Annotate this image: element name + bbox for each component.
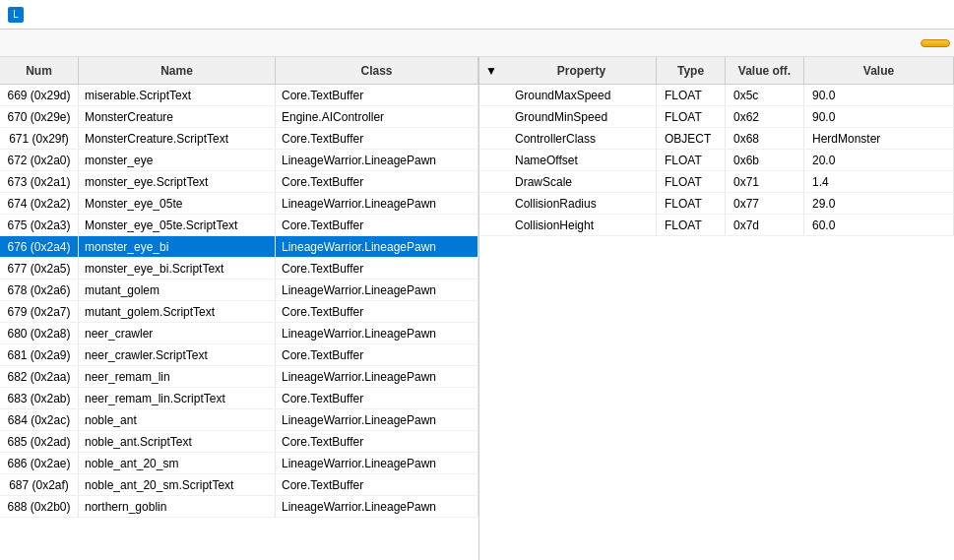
table-row[interactable]: 683 (0x2ab) neer_remam_lin.ScriptText Co…	[0, 388, 478, 409]
table-row[interactable]: 686 (0x2ae) noble_ant_20_sm LineageWarri…	[0, 453, 478, 474]
table-row[interactable]: 671 (0x29f) MonsterCreature.ScriptText C…	[0, 128, 478, 150]
cell-value: 90.0	[804, 85, 954, 105]
table-row[interactable]: 678 (0x2a6) mutant_golem LineageWarrior.…	[0, 280, 478, 301]
right-table-header: Property Type Value off. Value	[507, 57, 954, 85]
arrow-indicator: ▼	[479, 57, 507, 85]
cell-class: Core.TextBuffer	[276, 215, 478, 235]
cell-class: LineageWarrior.LineagePawn	[276, 453, 478, 473]
cell-type: FLOAT	[657, 215, 726, 235]
table-row[interactable]: 674 (0x2a2) Monster_eye_05te LineageWarr…	[0, 193, 478, 215]
property-row[interactable]: ControllerClass OBJECT 0x68 HerdMonster	[479, 128, 954, 150]
cell-value: 29.0	[804, 193, 954, 214]
down-arrow-icon: ▼	[485, 64, 497, 78]
col-property-header: Property	[507, 57, 657, 84]
cell-class: Core.TextBuffer	[276, 258, 478, 279]
property-row[interactable]: GroundMinSpeed FLOAT 0x62 90.0	[479, 106, 954, 128]
minimize-button[interactable]	[810, 0, 856, 30]
cell-num: 674 (0x2a2)	[0, 193, 79, 214]
table-row[interactable]: 685 (0x2ad) noble_ant.ScriptText Core.Te…	[0, 431, 478, 453]
cell-name: mutant_golem.ScriptText	[79, 301, 276, 322]
titlebar-left: L	[8, 7, 30, 23]
cell-num: 685 (0x2ad)	[0, 431, 79, 452]
right-table-body[interactable]: GroundMaxSpeed FLOAT 0x5c 90.0 GroundMin…	[479, 85, 954, 560]
table-row[interactable]: 679 (0x2a7) mutant_golem.ScriptText Core…	[0, 301, 478, 323]
left-table-body[interactable]: 669 (0x29d) miserable.ScriptText Core.Te…	[0, 85, 478, 560]
cell-num: 675 (0x2a3)	[0, 215, 79, 235]
cell-class: Core.TextBuffer	[276, 85, 478, 105]
cell-name: mutant_golem	[79, 280, 276, 300]
cell-valueoff: 0x6b	[726, 150, 804, 170]
property-row[interactable]: DrawScale FLOAT 0x71 1.4	[479, 171, 954, 193]
cell-name: noble_ant_20_sm.ScriptText	[79, 474, 276, 495]
table-row[interactable]: 680 (0x2a8) neer_crawler LineageWarrior.…	[0, 323, 478, 344]
property-row[interactable]: CollisionHeight FLOAT 0x7d 60.0	[479, 215, 954, 236]
property-row[interactable]: GroundMaxSpeed FLOAT 0x5c 90.0	[479, 85, 954, 106]
app-icon: L	[8, 7, 24, 23]
cell-value: 90.0	[804, 106, 954, 127]
table-row[interactable]: 687 (0x2af) noble_ant_20_sm.ScriptText C…	[0, 474, 478, 496]
cell-num: 686 (0x2ae)	[0, 453, 79, 473]
cell-class: Core.TextBuffer	[276, 171, 478, 192]
cell-valueoff: 0x68	[726, 128, 804, 149]
cell-class: LineageWarrior.LineagePawn	[276, 496, 478, 517]
cell-name: noble_ant_20_sm	[79, 453, 276, 473]
file-menu[interactable]	[4, 39, 24, 47]
cell-name: northern_goblin	[79, 496, 276, 517]
cell-name: miserable.ScriptText	[79, 85, 276, 105]
property-row[interactable]: CollisionRadius FLOAT 0x77 29.0	[479, 193, 954, 215]
table-row[interactable]: 688 (0x2b0) northern_goblin LineageWarri…	[0, 496, 478, 518]
cell-valueoff: 0x62	[726, 106, 804, 127]
cell-num: 681 (0x2a9)	[0, 344, 79, 365]
table-row[interactable]: 672 (0x2a0) monster_eye LineageWarrior.L…	[0, 150, 478, 171]
table-row[interactable]: 670 (0x29e) MonsterCreature Engine.AICon…	[0, 106, 478, 128]
cell-name: MonsterCreature.ScriptText	[79, 128, 276, 149]
cell-value: 60.0	[804, 215, 954, 235]
cell-name: Monster_eye_05te.ScriptText	[79, 215, 276, 235]
col-type-header: Type	[657, 57, 726, 84]
table-row[interactable]: 684 (0x2ac) noble_ant LineageWarrior.Lin…	[0, 409, 478, 431]
cell-num: 669 (0x29d)	[0, 85, 79, 105]
cell-class: LineageWarrior.LineagePawn	[276, 409, 478, 430]
main-content: Num Name Class 669 (0x29d) miserable.Scr…	[0, 57, 954, 560]
cell-name: neer_remam_lin	[79, 366, 276, 387]
maximize-button[interactable]	[856, 0, 901, 30]
cell-name: monster_eye_bi	[79, 236, 276, 257]
table-row[interactable]: 682 (0x2aa) neer_remam_lin LineageWarrio…	[0, 366, 478, 388]
donate-button[interactable]	[921, 39, 950, 47]
cell-num: 679 (0x2a7)	[0, 301, 79, 322]
cell-class: LineageWarrior.LineagePawn	[276, 280, 478, 300]
cell-valueoff: 0x71	[726, 171, 804, 192]
cell-num: 678 (0x2a6)	[0, 280, 79, 300]
cell-class: LineageWarrior.LineagePawn	[276, 193, 478, 214]
cell-valueoff: 0x77	[726, 193, 804, 214]
cell-name: noble_ant.ScriptText	[79, 431, 276, 452]
table-row[interactable]: 673 (0x2a1) monster_eye.ScriptText Core.…	[0, 171, 478, 193]
cell-name: neer_remam_lin.ScriptText	[79, 388, 276, 408]
table-row[interactable]: 669 (0x29d) miserable.ScriptText Core.Te…	[0, 85, 478, 106]
cell-num: 682 (0x2aa)	[0, 366, 79, 387]
cell-name: neer_crawler	[79, 323, 276, 343]
cell-name: MonsterCreature	[79, 106, 276, 127]
close-button[interactable]	[901, 0, 946, 30]
cell-class: Core.TextBuffer	[276, 388, 478, 408]
cell-class: Core.TextBuffer	[276, 474, 478, 495]
table-row[interactable]: 677 (0x2a5) monster_eye_bi.ScriptText Co…	[0, 258, 478, 280]
table-row[interactable]: 681 (0x2a9) neer_crawler.ScriptText Core…	[0, 344, 478, 366]
cell-property: GroundMinSpeed	[507, 106, 657, 127]
cell-property: CollisionHeight	[507, 215, 657, 235]
cell-num: 670 (0x29e)	[0, 106, 79, 127]
cell-type: FLOAT	[657, 171, 726, 192]
cell-value: 1.4	[804, 171, 954, 192]
cell-num: 676 (0x2a4)	[0, 236, 79, 257]
cell-value: 20.0	[804, 150, 954, 170]
table-row[interactable]: 676 (0x2a4) monster_eye_bi LineageWarrio…	[0, 236, 478, 258]
cell-class: Engine.AIController	[276, 106, 478, 127]
table-row[interactable]: 675 (0x2a3) Monster_eye_05te.ScriptText …	[0, 215, 478, 236]
cell-type: FLOAT	[657, 150, 726, 170]
cell-value: HerdMonster	[804, 128, 954, 149]
cell-num: 684 (0x2ac)	[0, 409, 79, 430]
col-num-header: Num	[0, 57, 79, 84]
property-row[interactable]: NameOffset FLOAT 0x6b 20.0	[479, 150, 954, 171]
cell-num: 687 (0x2af)	[0, 474, 79, 495]
cell-type: OBJECT	[657, 128, 726, 149]
